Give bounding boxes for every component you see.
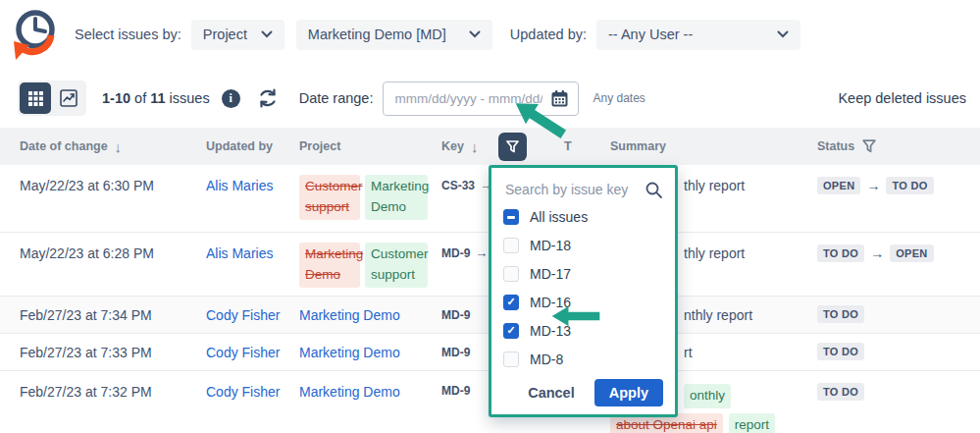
col-date-of-change[interactable]: Date of change ↓ — [20, 138, 206, 155]
table-header: Date of change ↓ Updated by Project Key … — [0, 128, 980, 165]
status-badge: TO DO — [817, 343, 864, 360]
user-link[interactable]: Alis Maries — [206, 178, 273, 193]
project-added-chip: Marketing Demo — [365, 175, 428, 220]
summary-added-chip: onthly — [684, 384, 731, 408]
col-project[interactable]: Project — [299, 139, 441, 153]
status-cell: TO DO — [817, 383, 980, 401]
any-dates-label: Any dates — [593, 91, 645, 105]
status-filter-icon[interactable] — [861, 138, 877, 154]
filter-option[interactable]: MD-18 — [503, 231, 663, 259]
popup-footer: Cancel Apply — [503, 379, 663, 406]
cancel-button[interactable]: Cancel — [528, 385, 575, 401]
status-badge: TO DO — [817, 305, 864, 323]
col-key[interactable]: Key ↓ — [441, 133, 564, 161]
checkbox[interactable] — [503, 238, 519, 253]
date-cell: Feb/27/23 at 7:32 PM — [20, 384, 206, 400]
toolbar: 1-10 of 11 issues i Date range: Any date… — [0, 69, 980, 128]
status-badge: TO DO — [817, 244, 864, 262]
results-count: 1-10 of 11 issues — [102, 90, 210, 106]
issue-key-filter-popup: All issues MD-18 MD-17 MD-16 MD-13 MD-8 … — [489, 165, 678, 417]
info-icon[interactable]: i — [222, 89, 240, 108]
checkbox[interactable] — [503, 266, 519, 282]
col-status[interactable]: Status — [817, 138, 980, 154]
summary-added-chip: report — [729, 413, 775, 433]
filter-option-all-issues[interactable]: All issues — [503, 203, 663, 232]
issue-mode-dropdown[interactable]: Project — [191, 20, 284, 50]
col-summary[interactable]: Summary — [610, 139, 817, 153]
sort-desc-icon[interactable]: ↓ — [115, 138, 123, 155]
select-issues-by-label: Select issues by: — [75, 27, 181, 42]
status-badge: OPEN — [817, 177, 860, 194]
project-cell: Marketing Demo — [299, 345, 441, 360]
app-logo-clock-icon — [8, 6, 61, 63]
updated-by-cell: Alis Maries — [206, 178, 299, 193]
project-link[interactable]: Marketing Demo — [299, 345, 400, 360]
date-cell: May/22/23 at 6:28 PM — [20, 245, 206, 261]
user-link[interactable]: Alis Maries — [206, 245, 273, 261]
arrow-right-icon: → — [866, 178, 880, 193]
chevron-down-icon — [261, 30, 273, 38]
filter-option[interactable]: MD-8 — [503, 345, 663, 373]
project-cell: Marketing Demo — [299, 307, 441, 323]
refresh-icon[interactable] — [256, 86, 280, 110]
key-filter-button[interactable] — [498, 133, 527, 161]
date-cell: Feb/27/23 at 7:34 PM — [20, 307, 206, 323]
status-cell: TO DO — [817, 343, 980, 360]
view-switch — [18, 81, 86, 116]
filter-funnel-icon — [505, 139, 520, 154]
user-link[interactable]: Cody Fisher — [206, 384, 280, 400]
date-range-field — [383, 81, 579, 116]
filter-option[interactable]: MD-13 — [503, 316, 663, 345]
table-view-button[interactable] — [20, 82, 51, 114]
keep-deleted-issues-toggle-label[interactable]: Keep deleted issues — [838, 90, 966, 106]
chart-view-button[interactable] — [53, 82, 84, 114]
sort-desc-icon[interactable]: ↓ — [471, 138, 479, 155]
project-change-cell: Customer support Marketing Demo — [299, 175, 441, 220]
user-link[interactable]: Cody Fisher — [206, 345, 280, 360]
project-link[interactable]: Marketing Demo — [299, 384, 400, 400]
date-cell: Feb/27/23 at 7:33 PM — [20, 345, 206, 360]
updated-by-cell: Cody Fisher — [206, 307, 299, 323]
status-badge: OPEN — [890, 244, 933, 262]
updated-by-label: Updated by: — [510, 27, 587, 42]
line-chart-icon — [60, 89, 77, 107]
status-badge: TO DO — [886, 177, 933, 194]
date-cell: May/22/23 at 6:30 PM — [20, 178, 206, 193]
filter-option[interactable]: MD-17 — [503, 259, 663, 288]
updated-by-cell: Alis Maries — [206, 245, 299, 261]
arrow-right-icon: → — [475, 245, 488, 260]
issue-key-search-input[interactable] — [503, 181, 645, 198]
project-added-chip: Customer support — [365, 243, 428, 288]
checkbox[interactable] — [503, 323, 519, 339]
project-removed-chip: Customer support — [299, 175, 360, 220]
apply-button[interactable]: Apply — [594, 379, 663, 406]
chevron-down-icon — [469, 30, 481, 38]
grid-icon — [27, 90, 44, 107]
status-cell: TO DO → OPEN — [817, 244, 980, 262]
checkbox[interactable] — [503, 295, 519, 310]
filter-option[interactable]: MD-16 — [503, 288, 663, 316]
top-bar: Select issues by: Project Marketing Demo… — [0, 0, 980, 69]
checkbox[interactable] — [503, 352, 519, 367]
popup-search-row — [503, 177, 663, 203]
chevron-down-icon — [777, 30, 789, 38]
col-type[interactable]: T — [564, 139, 610, 153]
user-filter-dropdown[interactable]: -- Any User -- — [596, 20, 800, 50]
status-cell: TO DO — [817, 305, 980, 323]
date-range-input[interactable] — [392, 90, 544, 107]
updated-by-cell: Cody Fisher — [206, 345, 299, 360]
project-change-cell: Marketing Demo Customer support — [299, 243, 441, 288]
col-updated-by[interactable]: Updated by — [206, 139, 299, 153]
project-link[interactable]: Marketing Demo — [299, 307, 400, 323]
search-icon — [645, 181, 663, 199]
user-link[interactable]: Cody Fisher — [206, 307, 280, 323]
status-badge: TO DO — [817, 383, 864, 401]
date-range-label: Date range: — [299, 90, 374, 106]
project-dropdown[interactable]: Marketing Demo [MD] — [296, 20, 492, 50]
status-cell: OPEN → TO DO — [817, 177, 980, 194]
calendar-icon[interactable] — [550, 89, 569, 108]
updated-by-cell: Cody Fisher — [206, 384, 299, 400]
checkbox[interactable] — [503, 209, 519, 225]
arrow-right-icon: → — [870, 245, 884, 261]
project-cell: Marketing Demo — [299, 384, 441, 400]
